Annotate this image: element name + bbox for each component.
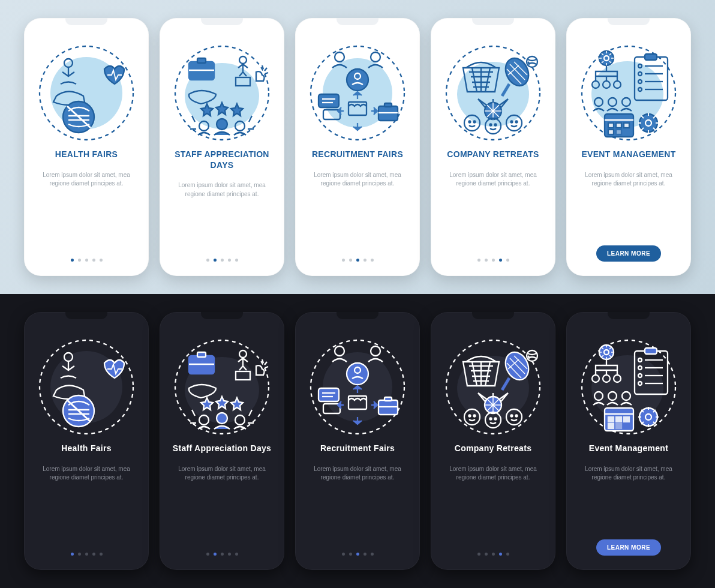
pagination-dot[interactable] [92, 259, 95, 262]
pagination-dot[interactable] [78, 553, 81, 556]
health-fairs-icon [35, 39, 137, 141]
svg-rect-84 [197, 352, 206, 357]
svg-line-13 [265, 68, 267, 71]
pagination-dots[interactable] [206, 259, 238, 262]
pagination-dot[interactable] [235, 553, 238, 556]
pagination-dot[interactable] [485, 553, 488, 556]
onboarding-card: HEALTH FAIRSLorem ipsum dolor sit amet, … [24, 18, 149, 276]
pagination-dot[interactable] [206, 553, 209, 556]
svg-rect-106 [384, 397, 392, 401]
svg-point-115 [469, 415, 471, 417]
pagination-dot[interactable] [85, 553, 88, 556]
onboarding-card: Health FairsLorem ipsum dolor sit amet, … [24, 312, 149, 570]
pagination-dots[interactable] [342, 259, 374, 262]
svg-point-45 [511, 121, 513, 123]
card-description: Lorem ipsum dolor sit amet, mea regione … [30, 171, 143, 188]
pagination-dot[interactable] [71, 259, 74, 262]
pagination-dot[interactable] [235, 259, 238, 262]
svg-rect-70 [616, 123, 621, 128]
phone-notch [472, 312, 514, 319]
svg-point-10 [239, 56, 247, 64]
pagination-dots[interactable] [71, 553, 103, 556]
svg-rect-145 [608, 417, 614, 422]
card-title: COMPANY RETREATS [442, 149, 543, 160]
pagination-dot[interactable] [356, 259, 359, 262]
card-title: STAFF APPRECIATION DAYS [166, 149, 278, 170]
svg-rect-24 [319, 94, 339, 107]
pagination-dots[interactable] [477, 259, 509, 262]
recruitment-fairs-icon [307, 333, 408, 435]
card-title: HEALTH FAIRS [50, 149, 122, 160]
svg-point-20 [335, 52, 344, 62]
svg-point-118 [490, 418, 492, 420]
pagination-dot[interactable] [228, 259, 231, 262]
svg-point-122 [516, 415, 518, 417]
card-title: Staff Appreciation Days [168, 443, 276, 454]
pagination-dot[interactable] [214, 259, 217, 262]
svg-point-42 [490, 124, 492, 126]
pagination-dot[interactable] [100, 553, 103, 556]
pagination-dot[interactable] [85, 259, 88, 262]
svg-point-97 [371, 346, 380, 356]
pagination-dot[interactable] [492, 553, 495, 556]
learn-more-button[interactable]: LEARN MORE [596, 539, 661, 556]
company-retreats-icon [442, 39, 544, 141]
pagination-dots[interactable] [477, 553, 509, 556]
svg-point-46 [516, 121, 518, 123]
pagination-dot[interactable] [214, 553, 217, 556]
pagination-dot[interactable] [206, 259, 209, 262]
svg-line-89 [265, 362, 267, 365]
onboarding-card: COMPANY RETREATSLorem ipsum dolor sit am… [431, 18, 555, 276]
pagination-dot[interactable] [363, 259, 366, 262]
pagination-dot[interactable] [371, 553, 374, 556]
dark-theme-row: Health FairsLorem ipsum dolor sit amet, … [0, 294, 715, 588]
pagination-dot[interactable] [228, 553, 231, 556]
pagination-dots[interactable] [71, 259, 103, 262]
pagination-dot[interactable] [477, 553, 480, 556]
card-description: Lorem ipsum dolor sit amet, mea regione … [572, 171, 685, 188]
health-fairs-icon [35, 333, 137, 435]
card-description: Lorem ipsum dolor sit amet, mea regione … [437, 465, 549, 482]
onboarding-card: Event ManagementLorem ipsum dolor sit am… [566, 312, 691, 570]
svg-rect-71 [624, 123, 629, 128]
pagination-dot[interactable] [349, 259, 352, 262]
pagination-dot[interactable] [499, 553, 502, 556]
svg-point-43 [495, 124, 497, 126]
pagination-dot[interactable] [100, 259, 103, 262]
company-retreats-icon [442, 333, 544, 435]
pagination-dot[interactable] [363, 553, 366, 556]
svg-point-96 [335, 346, 344, 356]
pagination-dot[interactable] [499, 259, 502, 262]
svg-point-86 [239, 350, 247, 358]
pagination-dot[interactable] [349, 553, 352, 556]
onboarding-card: Recruitment FairsLorem ipsum dolor sit a… [295, 312, 420, 570]
card-description: Lorem ipsum dolor sit amet, mea regione … [301, 171, 414, 188]
card-title: Company Retreats [450, 443, 537, 454]
pagination-dot[interactable] [356, 553, 359, 556]
pagination-dot[interactable] [221, 553, 224, 556]
pagination-dot[interactable] [342, 259, 345, 262]
pagination-dot[interactable] [506, 259, 509, 262]
card-description: Lorem ipsum dolor sit amet, mea regione … [301, 465, 414, 482]
pagination-dot[interactable] [92, 553, 95, 556]
pagination-dot[interactable] [221, 259, 224, 262]
pagination-dot[interactable] [506, 553, 509, 556]
pagination-dot[interactable] [371, 259, 374, 262]
svg-point-40 [474, 121, 476, 123]
pagination-dot[interactable] [342, 553, 345, 556]
card-description: Lorem ipsum dolor sit amet, mea regione … [30, 465, 143, 482]
pagination-dot[interactable] [477, 259, 480, 262]
pagination-dots[interactable] [342, 553, 374, 556]
onboarding-card: Company RetreatsLorem ipsum dolor sit am… [431, 312, 555, 570]
card-title: Event Management [584, 443, 673, 454]
pagination-dot[interactable] [71, 553, 74, 556]
svg-line-14 [265, 73, 268, 74]
learn-more-button[interactable]: LEARN MORE [596, 245, 661, 262]
svg-point-119 [495, 418, 497, 420]
event-management-icon [578, 333, 680, 435]
svg-rect-69 [608, 123, 614, 128]
pagination-dot[interactable] [492, 259, 495, 262]
pagination-dots[interactable] [206, 553, 238, 556]
pagination-dot[interactable] [78, 259, 81, 262]
pagination-dot[interactable] [485, 259, 488, 262]
